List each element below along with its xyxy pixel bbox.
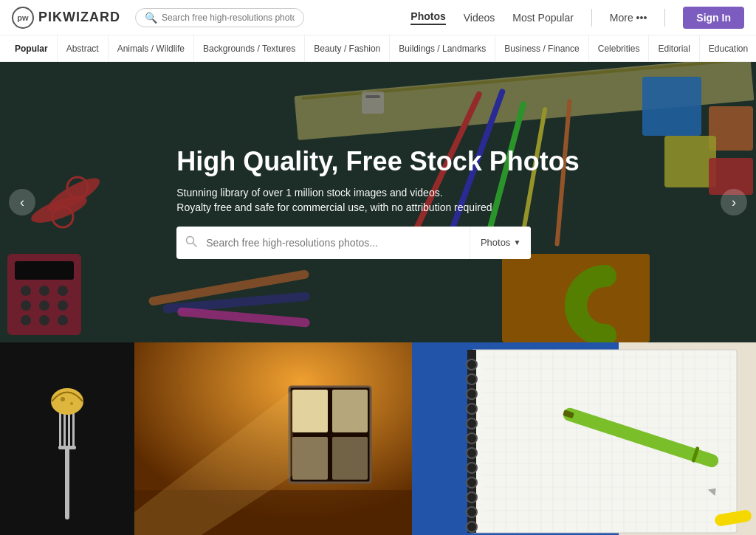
svg-rect-51 <box>332 390 368 432</box>
room-window-image <box>134 342 412 535</box>
logo-icon: pw <box>12 7 34 29</box>
header-search-box[interactable]: 🔍 <box>135 8 304 27</box>
nav-videos[interactable]: Videos <box>464 12 495 24</box>
category-nav: Popular Abstract Animals / Wildlife Back… <box>0 35 756 62</box>
cat-abstract[interactable]: Abstract <box>58 35 109 62</box>
svg-rect-33 <box>365 95 380 98</box>
svg-point-45 <box>70 402 73 405</box>
type-select-dropdown[interactable]: Photos ▼ <box>470 227 531 259</box>
category-items: Popular Abstract Animals / Wildlife Back… <box>6 35 756 62</box>
svg-rect-37 <box>65 446 69 520</box>
svg-rect-58 <box>467 350 476 533</box>
logo[interactable]: pw PIKWIZARD <box>12 7 120 29</box>
hero-search-icon <box>176 235 206 250</box>
signin-button[interactable]: Sign In <box>683 7 744 29</box>
hero-content: High Quality, Free Stock Photos Stunning… <box>176 145 579 258</box>
photo-cell-room[interactable] <box>134 342 412 535</box>
svg-rect-39 <box>63 409 66 449</box>
svg-rect-32 <box>362 92 384 114</box>
photo-cell-food[interactable] <box>0 342 134 535</box>
svg-rect-50 <box>292 390 328 432</box>
hero-prev-arrow[interactable]: ‹ <box>9 189 35 215</box>
hero-title: High Quality, Free Stock Photos <box>176 145 579 177</box>
more-menu[interactable]: More ••• <box>610 12 647 24</box>
svg-rect-41 <box>72 409 75 449</box>
chevron-down-icon: ▼ <box>513 238 520 246</box>
svg-rect-42 <box>58 446 76 449</box>
logo-text: PIKWIZARD <box>38 10 120 25</box>
cat-beauty[interactable]: Beauty / Fashion <box>305 35 390 62</box>
hero-next-arrow[interactable]: › <box>721 189 747 215</box>
cat-business[interactable]: Business / Finance <box>495 35 588 62</box>
nav-photos[interactable]: Photos <box>410 10 445 25</box>
cat-editorial[interactable]: Editorial <box>649 35 699 62</box>
svg-line-35 <box>193 243 197 246</box>
hero-subtitle1: Stunning library of over 1 million stock… <box>176 187 579 199</box>
notebook-pen-image <box>412 342 756 535</box>
search-input[interactable] <box>162 13 295 23</box>
search-icon: 🔍 <box>145 12 157 24</box>
food-fork-image <box>0 342 134 535</box>
cat-backgrounds[interactable]: Backgrounds / Textures <box>194 35 305 62</box>
cat-celebrities[interactable]: Celebrities <box>589 35 650 62</box>
nav-divider <box>591 9 592 27</box>
svg-rect-40 <box>68 409 70 449</box>
svg-rect-52 <box>292 437 328 480</box>
photo-cell-notebook[interactable] <box>412 342 756 535</box>
svg-rect-38 <box>59 409 61 449</box>
cat-animals[interactable]: Animals / Wildlife <box>109 35 194 62</box>
hero-search-bar: Photos ▼ <box>176 227 531 259</box>
svg-rect-57 <box>471 350 737 533</box>
main-nav: Photos Videos Most Popular More ••• Sign… <box>410 7 744 29</box>
header: pw PIKWIZARD 🔍 Photos Videos Most Popula… <box>0 0 756 35</box>
svg-point-44 <box>61 397 65 401</box>
cat-popular[interactable]: Popular <box>6 35 58 62</box>
svg-rect-53 <box>332 437 368 480</box>
hero-subtitle2: Royalty free and safe for commercial use… <box>176 201 579 213</box>
cat-buildings[interactable]: Buildings / Landmarks <box>390 35 495 62</box>
nav-divider2 <box>664 9 665 27</box>
hero-section: ‹ High Quality, Free Stock Photos Stunni… <box>0 62 756 342</box>
hero-search-input[interactable] <box>206 228 470 258</box>
photo-grid-row1 <box>0 342 756 535</box>
cat-education[interactable]: Education <box>700 35 756 62</box>
nav-most-popular[interactable]: Most Popular <box>512 12 573 24</box>
